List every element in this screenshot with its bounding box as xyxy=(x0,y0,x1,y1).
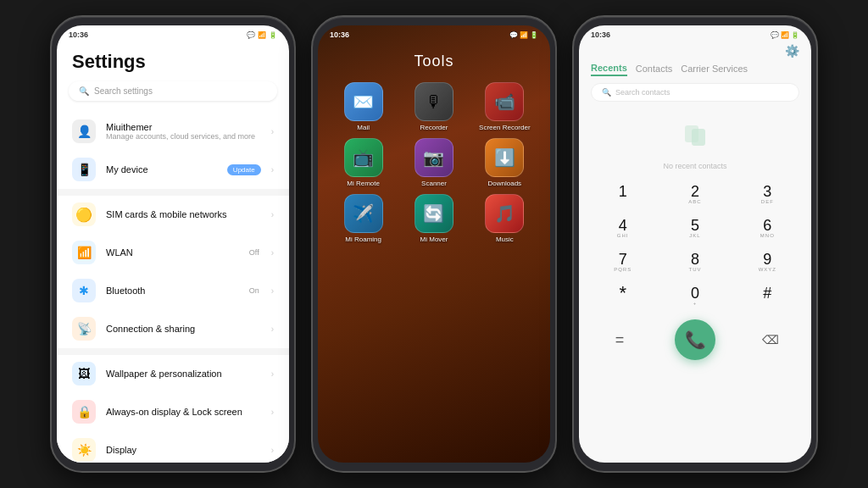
time-3: 10:36 xyxy=(591,30,610,39)
letters-7: PQRS xyxy=(614,267,632,274)
chevron-wallpaper: › xyxy=(271,369,274,379)
settings-item-display[interactable]: ☀️ Display › xyxy=(57,431,289,463)
app-item-mi-roaming[interactable]: ✈️ Mi Roaming xyxy=(331,194,395,243)
folder-title: Tools xyxy=(414,53,453,70)
app-item-mi-remote[interactable]: 📺 Mi Remote xyxy=(331,138,395,187)
sim-title: SIM cards & mobile networks xyxy=(106,209,261,219)
equals-symbol[interactable]: = xyxy=(603,331,637,349)
display-icon: ☀️ xyxy=(72,438,96,462)
app-item-mail[interactable]: ✉️ Mail xyxy=(331,82,395,131)
chevron-mydevice: › xyxy=(271,165,274,175)
mi-roaming-icon: ✈️ xyxy=(344,194,383,233)
numpad-3[interactable]: 3 DEF xyxy=(732,179,803,211)
wlan-icon: 📶 xyxy=(72,241,96,264)
search-contact-placeholder: Search contacts xyxy=(615,88,670,97)
bluetooth-value: On xyxy=(249,286,259,295)
mi-remote-icon: 📺 xyxy=(344,138,383,177)
mydevice-text: My device xyxy=(106,164,217,175)
status-bar-3: 10:36 💬 📶 🔋 xyxy=(579,25,811,44)
letters-5: JKL xyxy=(689,233,700,240)
music-icon: 🎵 xyxy=(485,194,524,233)
mydevice-icon: 📱 xyxy=(72,158,96,181)
miuithemer-title: Miuithemer xyxy=(106,122,261,132)
numpad-8[interactable]: 8 TUV xyxy=(659,247,730,279)
app-item-music[interactable]: 🎵 Music xyxy=(473,194,537,243)
connection-icon: 📡 xyxy=(72,317,96,341)
screen-recorder-label: Screen Recorder xyxy=(479,124,530,131)
numpad-4[interactable]: 4 GHI xyxy=(587,213,658,245)
app-item-recorder[interactable]: 🎙 Recorder xyxy=(402,82,465,131)
numpad: 1 2 ABC 3 DEF 4 GHI 5 JKL 6 MNO xyxy=(579,179,811,279)
mail-icon: ✉️ xyxy=(344,82,383,121)
chevron-bluetooth: › xyxy=(271,286,274,296)
app-item-downloads[interactable]: ⬇️ Downloads xyxy=(473,138,537,187)
status-icons-2: 💬 📶 🔋 xyxy=(509,31,538,39)
settings-item-mydevice[interactable]: 📱 My device Update › xyxy=(57,151,289,188)
no-recents-icon xyxy=(680,122,710,158)
settings-item-miuithemer[interactable]: 👤 Miuithemer Manage accounts, cloud serv… xyxy=(57,113,289,150)
settings-item-bluetooth[interactable]: ✱ Bluetooth On › xyxy=(57,272,289,309)
numpad-1[interactable]: 1 xyxy=(587,179,658,211)
update-badge: Update xyxy=(227,164,261,175)
app-grid: ✉️ Mail 🎙 Recorder 📹 Screen Recorder 📺 M… xyxy=(331,82,537,243)
settings-item-always-on[interactable]: 🔒 Always-on display & Lock screen › xyxy=(57,393,289,430)
app-item-scanner[interactable]: 📷 Scanner xyxy=(402,138,465,187)
chevron-wlan: › xyxy=(271,248,274,258)
status-bar-1: 10:36 💬📶🔋 xyxy=(57,25,289,44)
numpad-hash[interactable]: # xyxy=(732,279,803,314)
scanner-icon: 📷 xyxy=(415,138,453,177)
call-icon: 📞 xyxy=(685,330,706,350)
connection-title: Connection & sharing xyxy=(106,324,261,334)
gear-row: ⚙️ xyxy=(579,44,811,59)
no-recents: No recent contacts xyxy=(579,108,811,179)
miuithemer-icon: 👤 xyxy=(72,119,96,143)
chevron-alwayson: › xyxy=(271,408,274,417)
separator-2 xyxy=(57,348,289,355)
numpad-5[interactable]: 5 JKL xyxy=(659,213,730,245)
contact-search[interactable]: 🔍 Search contacts xyxy=(591,83,799,102)
num-2: 2 xyxy=(691,184,699,199)
settings-item-wlan[interactable]: 📶 WLAN Off › xyxy=(57,234,289,271)
num-7: 7 xyxy=(619,252,627,267)
home-screen: 10:36 💬 📶 🔋 Tools ✉️ Mail 🎙 Recorder xyxy=(318,25,550,463)
letters-2: ABC xyxy=(688,199,701,206)
num-3: 3 xyxy=(763,184,771,199)
search-contact-icon: 🔍 xyxy=(602,88,611,97)
settings-item-sim[interactable]: 🟡 SIM cards & mobile networks › xyxy=(57,196,289,233)
letters-4: GHI xyxy=(617,233,629,240)
call-button[interactable]: 📞 xyxy=(675,319,715,360)
numpad-9[interactable]: 9 WXYZ xyxy=(732,247,803,279)
bluetooth-icon: ✱ xyxy=(72,279,96,302)
separator-1 xyxy=(57,189,289,196)
wallpaper-icon: 🖼 xyxy=(72,362,96,385)
numpad-0[interactable]: 0 + xyxy=(659,279,730,314)
numpad-star[interactable]: * xyxy=(587,279,658,314)
numpad-6[interactable]: 6 MNO xyxy=(732,213,803,245)
downloads-icon: ⬇️ xyxy=(485,138,524,177)
app-item-screen-recorder[interactable]: 📹 Screen Recorder xyxy=(473,82,537,131)
page-title: Settings xyxy=(57,44,289,81)
tab-carrier[interactable]: Carrier Services xyxy=(681,64,748,75)
tab-recents[interactable]: Recents xyxy=(591,63,627,76)
dialer-bottom-row: = 📞 ⌫ xyxy=(579,314,811,365)
backspace-symbol[interactable]: ⌫ xyxy=(754,333,787,347)
display-title: Display xyxy=(106,445,261,455)
settings-search[interactable]: 🔍 Search settings xyxy=(69,81,277,101)
gear-icon[interactable]: ⚙️ xyxy=(785,44,799,58)
settings-item-wallpaper[interactable]: 🖼 Wallpaper & personalization › xyxy=(57,355,289,392)
letters-8: TUV xyxy=(688,267,701,274)
always-on-title: Always-on display & Lock screen xyxy=(106,407,261,417)
mi-remote-label: Mi Remote xyxy=(347,180,380,187)
numpad-2[interactable]: 2 ABC xyxy=(659,179,730,211)
status-icons-1: 💬📶🔋 xyxy=(247,31,277,39)
search-placeholder: Search settings xyxy=(94,86,153,96)
numpad-7[interactable]: 7 PQRS xyxy=(587,247,658,279)
connection-text: Connection & sharing xyxy=(106,324,261,334)
time-1: 10:36 xyxy=(69,30,88,39)
letters-9: WXYZ xyxy=(759,267,776,274)
tab-contacts[interactable]: Contacts xyxy=(636,64,672,75)
app-item-mi-mover[interactable]: 🔄 Mi Mover xyxy=(402,194,465,243)
settings-item-connection[interactable]: 📡 Connection & sharing › xyxy=(57,310,289,347)
phone-settings: 10:36 💬📶🔋 Settings 🔍 Search settings 👤 M… xyxy=(50,15,296,473)
num-4: 4 xyxy=(619,218,627,233)
